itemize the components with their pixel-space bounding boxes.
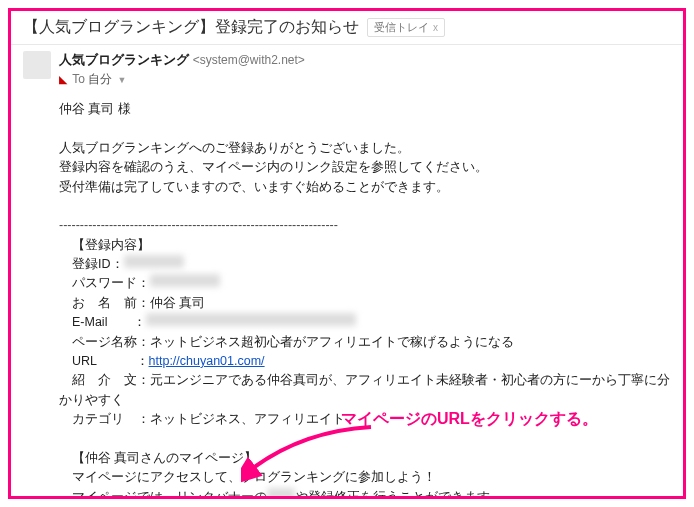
inbox-label-text: 受信トレイ <box>374 20 429 35</box>
paragraph-1: 人気ブログランキングへのご登録ありがとうございました。 <box>59 139 671 158</box>
mypage-p2: マイページでは、リンクバナーのや登録修正を行うことができます。 <box>59 488 671 500</box>
registration-heading: 【登録内容】 <box>59 236 671 255</box>
divider-line: ----------------------------------------… <box>59 216 671 235</box>
sender-line: 人気ブログランキング <system@with2.net> <box>59 51 671 69</box>
details-dropdown-icon[interactable]: ▼ <box>118 75 127 85</box>
reg-page-row: ページ名称：ネットビジネス超初心者がアフィリエイトで稼げるようになる <box>59 333 671 352</box>
email-container: 【人気ブログランキング】登録完了のお知らせ 受信トレイ x 人気ブログランキング… <box>8 8 686 499</box>
reg-intro-row: 紹 介 文：元エンジニアである仲谷真司が、アフィリエイト未経験者・初心者の方にー… <box>59 371 671 410</box>
paragraph-2: 登録内容を確認のうえ、マイページ内のリンク設定を参照してください。 <box>59 158 671 177</box>
to-line: ◣ To 自分 ▼ <box>59 71 671 88</box>
reg-cat-row: カテゴリ ：ネットビジネス、アフィリエイト <box>59 410 671 429</box>
sender-name: 人気ブログランキング <box>59 52 189 67</box>
to-prefix: To <box>72 72 85 86</box>
email-subject: 【人気ブログランキング】登録完了のお知らせ <box>23 17 359 38</box>
redacted-email <box>146 313 356 326</box>
avatar <box>23 51 51 79</box>
reg-name-row: お 名 前：仲谷 真司 <box>59 294 671 313</box>
reg-pw-row: パスワード： <box>59 274 671 293</box>
greeting: 仲谷 真司 様 <box>59 100 671 119</box>
redacted-id <box>124 255 184 268</box>
to-recipient: 自分 <box>88 72 112 86</box>
inbox-label-badge[interactable]: 受信トレイ x <box>367 18 445 37</box>
redacted-word <box>267 488 295 500</box>
site-url-link[interactable]: http://chuyan01.com/ <box>149 354 265 368</box>
email-header: 【人気ブログランキング】登録完了のお知らせ 受信トレイ x <box>11 11 683 45</box>
redacted-password <box>150 274 220 287</box>
paragraph-3: 受付準備は完了していますので、いますぐ始めることができます。 <box>59 178 671 197</box>
flag-icon: ◣ <box>59 73 67 85</box>
reg-id-row: 登録ID： <box>59 255 671 274</box>
mypage-heading: 【仲谷 真司さんのマイページ】 <box>59 449 671 468</box>
label-remove-icon[interactable]: x <box>433 22 438 33</box>
mypage-p1: マイページにアクセスして、ブログランキングに参加しよう！ <box>59 468 671 487</box>
message-meta-row: 人気ブログランキング <system@with2.net> ◣ To 自分 ▼ <box>11 45 683 96</box>
reg-url-row: URL ：http://chuyan01.com/ <box>59 352 671 371</box>
reg-email-row: E-Mail ： <box>59 313 671 332</box>
sender-address: <system@with2.net> <box>193 53 305 67</box>
email-body: 仲谷 真司 様 人気ブログランキングへのご登録ありがとうございました。 登録内容… <box>11 96 683 499</box>
